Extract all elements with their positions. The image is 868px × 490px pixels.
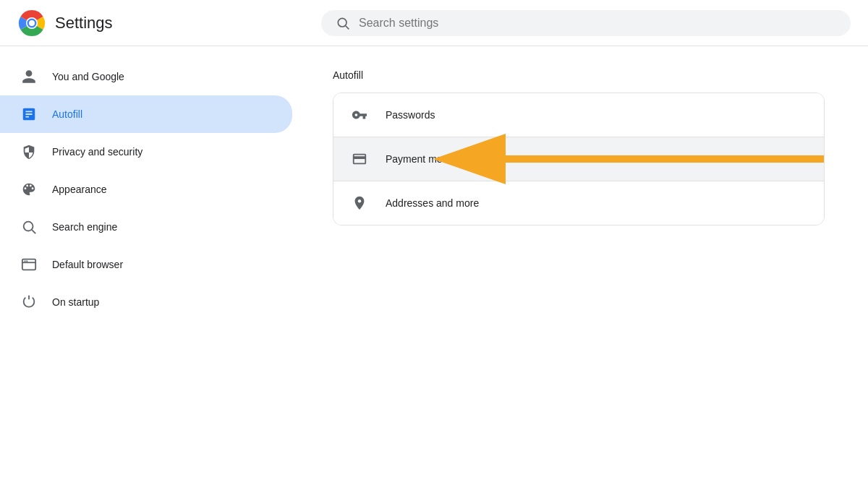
section-title: Autofill <box>333 69 839 81</box>
palette-icon <box>20 181 38 198</box>
sidebar-item-autofill[interactable]: Autofill <box>0 95 292 133</box>
sidebar-item-label-autofill: Autofill <box>52 108 82 120</box>
top-bar: Settings <box>0 0 868 46</box>
card-row-passwords[interactable]: Passwords <box>333 93 824 137</box>
browser-icon <box>20 256 38 273</box>
svg-point-6 <box>24 222 33 231</box>
svg-point-4 <box>338 18 346 27</box>
sidebar-item-label-on-startup: On startup <box>52 296 99 308</box>
location-icon <box>351 194 368 212</box>
svg-line-7 <box>32 230 35 233</box>
sidebar-item-privacy-security[interactable]: Privacy and security <box>0 133 292 171</box>
chrome-logo-icon <box>17 9 46 38</box>
sidebar-item-label-you-and-google: You and Google <box>52 71 124 82</box>
autofill-icon <box>20 106 38 123</box>
sidebar-item-on-startup[interactable]: On startup <box>0 283 292 321</box>
svg-rect-10 <box>25 261 26 262</box>
shield-icon <box>20 143 38 160</box>
card-icon <box>351 150 368 168</box>
main-layout: You and Google Autofill Privacy and secu… <box>0 46 868 490</box>
card-row-addresses-label: Addresses and more <box>386 197 479 209</box>
card-row-payment-methods[interactable]: Payment methods <box>333 137 824 181</box>
svg-point-3 <box>29 20 35 26</box>
search-icon <box>336 16 350 30</box>
card-row-passwords-label: Passwords <box>386 109 435 121</box>
sidebar: You and Google Autofill Privacy and secu… <box>0 46 304 490</box>
power-icon <box>20 293 38 311</box>
sidebar-item-label-search-engine: Search engine <box>52 221 117 233</box>
search-bar[interactable] <box>321 10 851 36</box>
svg-rect-11 <box>26 261 27 262</box>
sidebar-item-search-engine[interactable]: Search engine <box>0 208 292 246</box>
card-row-addresses[interactable]: Addresses and more <box>333 181 824 225</box>
autofill-card: Passwords Payment methods <box>333 93 825 225</box>
card-row-payment-methods-label: Payment methods <box>386 153 467 165</box>
page-title: Settings <box>55 14 113 33</box>
sidebar-item-appearance[interactable]: Appearance <box>0 171 292 208</box>
sidebar-item-default-browser[interactable]: Default browser <box>0 246 292 283</box>
sidebar-item-label-appearance: Appearance <box>52 184 107 195</box>
sidebar-item-you-and-google[interactable]: You and Google <box>0 58 292 95</box>
svg-line-5 <box>346 25 349 29</box>
arrow-annotation <box>491 137 825 181</box>
sidebar-item-label-default-browser: Default browser <box>52 259 123 270</box>
person-icon <box>20 68 38 85</box>
sidebar-item-label-privacy-security: Privacy and security <box>52 146 142 158</box>
search-input[interactable] <box>359 17 836 30</box>
key-icon <box>351 106 368 124</box>
search-engine-icon <box>20 218 38 236</box>
card-container: Passwords Payment methods <box>333 93 825 225</box>
svg-rect-8 <box>22 259 35 270</box>
logo-area: Settings <box>17 9 321 38</box>
content-area: Autofill Passwords Payment methods <box>304 46 868 490</box>
